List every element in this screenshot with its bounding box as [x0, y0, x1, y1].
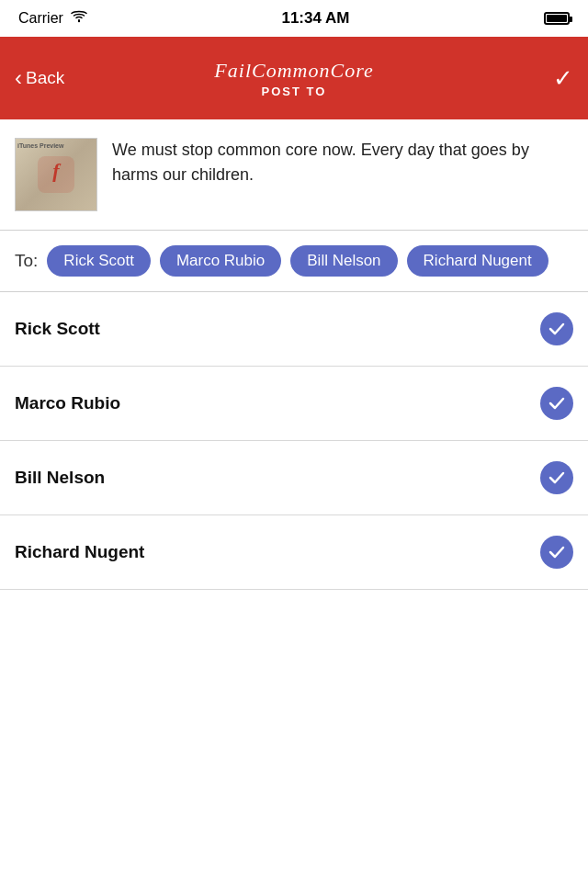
thumbnail-label: iTunes Preview: [17, 142, 63, 149]
back-label: Back: [26, 68, 64, 88]
status-right: [544, 12, 570, 25]
recipient-check-bill-nelson[interactable]: [540, 461, 573, 494]
nav-bar: ‹ Back FailCommonCore POST TO ✓: [0, 37, 588, 119]
chip-bill-nelson[interactable]: Bill Nelson: [290, 245, 397, 277]
battery-icon: [544, 12, 570, 25]
carrier-label: Carrier: [18, 10, 63, 27]
checkmark-icon: [548, 543, 566, 561]
recipients-list: Rick Scott Marco Rubio Bill Nelson Richa…: [0, 292, 588, 590]
chip-rick-scott[interactable]: Rick Scott: [47, 245, 151, 277]
back-button[interactable]: ‹ Back: [15, 67, 64, 89]
recipient-check-marco-rubio[interactable]: [540, 387, 573, 420]
thumbnail-logo-icon: f: [38, 156, 74, 193]
recipient-name-bill-nelson: Bill Nelson: [15, 468, 105, 488]
wifi-icon: [71, 10, 87, 27]
chips-container: Rick Scott Marco Rubio Bill Nelson Richa…: [47, 245, 573, 277]
recipient-check-rick-scott[interactable]: [540, 312, 573, 345]
recipient-check-richard-nugent[interactable]: [540, 536, 573, 569]
checkmark-icon: [548, 320, 566, 338]
checkmark-icon: [548, 469, 566, 487]
status-left: Carrier: [18, 10, 87, 27]
recipient-name-rick-scott: Rick Scott: [15, 319, 100, 339]
back-chevron-icon: ‹: [15, 67, 22, 89]
status-bar: Carrier 11:34 AM: [0, 0, 588, 37]
recipient-row-rick-scott[interactable]: Rick Scott: [0, 292, 588, 367]
confirm-button[interactable]: ✓: [553, 64, 573, 93]
recipient-row-bill-nelson[interactable]: Bill Nelson: [0, 441, 588, 515]
status-time: 11:34 AM: [281, 9, 349, 28]
to-label: To:: [15, 245, 38, 271]
recipient-row-marco-rubio[interactable]: Marco Rubio: [0, 367, 588, 441]
nav-center: FailCommonCore POST TO: [214, 59, 373, 98]
chip-richard-nugent[interactable]: Richard Nugent: [407, 245, 548, 277]
recipient-row-richard-nugent[interactable]: Richard Nugent: [0, 515, 588, 590]
post-message: We must stop common core now. Every day …: [112, 138, 573, 187]
recipient-name-marco-rubio: Marco Rubio: [15, 393, 120, 413]
checkmark-icon: [548, 394, 566, 413]
nav-title: FailCommonCore: [214, 59, 373, 83]
to-section: To: Rick Scott Marco Rubio Bill Nelson R…: [0, 231, 588, 291]
svg-point-0: [78, 20, 80, 22]
post-preview: iTunes Preview f We must stop common cor…: [0, 119, 588, 230]
post-thumbnail: iTunes Preview f: [15, 138, 97, 211]
nav-subtitle: POST TO: [214, 85, 373, 98]
chip-marco-rubio[interactable]: Marco Rubio: [160, 245, 281, 277]
recipient-name-richard-nugent: Richard Nugent: [15, 542, 144, 562]
